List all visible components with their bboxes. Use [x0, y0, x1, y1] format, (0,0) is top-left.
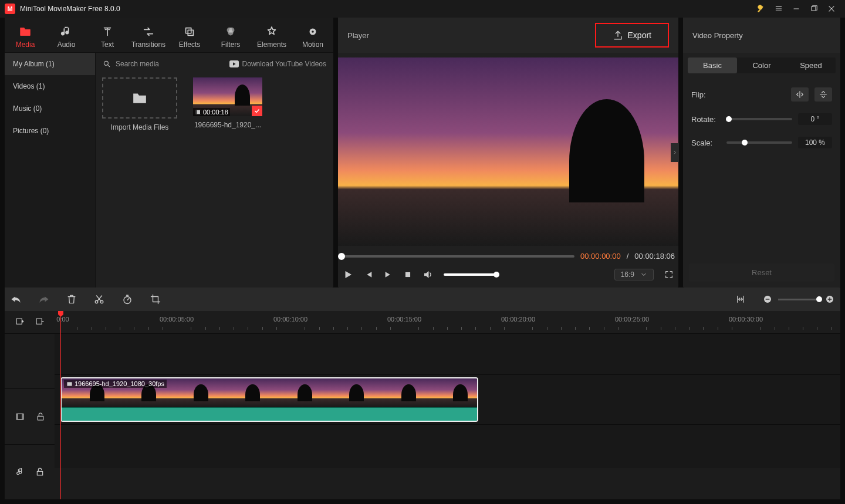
svg-point-5: [228, 30, 233, 35]
remove-track-icon[interactable]: [35, 317, 45, 327]
flip-horizontal-button[interactable]: [791, 87, 809, 102]
collapse-right-panel-button[interactable]: [671, 143, 679, 162]
timeline-ruler[interactable]: 0:0000:00:05:0000:00:10:0000:00:15:0000:…: [55, 311, 840, 333]
svg-rect-20: [36, 319, 42, 324]
nav-elements[interactable]: Elements: [251, 25, 292, 49]
overlay-track[interactable]: [55, 333, 840, 374]
player-current-time: 00:00:00:00: [580, 252, 621, 261]
nav-label: Motion: [302, 40, 323, 49]
svg-rect-22: [38, 416, 43, 420]
timeline-gutter: [5, 311, 55, 499]
tab-basic[interactable]: Basic: [688, 57, 737, 73]
sidebar-item-myalbum[interactable]: My Album (1): [5, 53, 95, 75]
nav-label: Filters: [221, 40, 241, 49]
stop-button[interactable]: [404, 270, 412, 279]
timeline-clip[interactable]: 1966695-hd_1920_1080_30fps: [60, 377, 478, 422]
unlock-icon[interactable]: [36, 467, 44, 476]
menu-icon[interactable]: [770, 0, 787, 18]
prev-frame-button[interactable]: [364, 270, 373, 279]
timeline-tracks[interactable]: 0:0000:00:05:0000:00:10:0000:00:15:0000:…: [55, 311, 840, 499]
volume-slider[interactable]: [444, 273, 496, 276]
play-button[interactable]: [343, 269, 353, 280]
window-minimize-icon[interactable]: [787, 0, 805, 18]
nav-audio[interactable]: Audio: [46, 25, 87, 49]
player-progress-bar[interactable]: [342, 255, 574, 258]
volume-button[interactable]: [422, 269, 433, 280]
player-preview[interactable]: [338, 57, 678, 246]
zoom-out-button[interactable]: [763, 295, 772, 304]
svg-rect-19: [16, 319, 22, 324]
nav-filters[interactable]: Filters: [210, 25, 251, 49]
import-media-button[interactable]: Import Media Files: [102, 77, 178, 131]
reset-button[interactable]: Reset: [689, 263, 834, 282]
clip-used-checkmark-icon: [252, 106, 262, 116]
nav-effects[interactable]: Effects: [169, 25, 210, 49]
nav-transitions[interactable]: Transitions: [128, 25, 169, 49]
nav-motion[interactable]: Motion: [292, 25, 333, 49]
window-close-icon[interactable]: [823, 0, 840, 18]
clip-label-text: 1966695-hd_1920_1080_30fps: [75, 380, 164, 387]
svg-rect-11: [196, 110, 197, 114]
delete-button[interactable]: [67, 294, 76, 305]
split-button[interactable]: [94, 294, 104, 305]
aspect-ratio-select[interactable]: 16:9: [614, 269, 654, 280]
aspect-value: 16:9: [621, 270, 634, 279]
zoom-slider[interactable]: [778, 299, 819, 300]
ruler-tick: 00:00:05:00: [160, 316, 194, 323]
property-tabs: Basic Color Speed: [688, 57, 836, 73]
tab-speed[interactable]: Speed: [786, 57, 836, 73]
flip-vertical-button[interactable]: [814, 87, 832, 102]
player-panel: Player Export 00:00:00:00 / 00:00:18:06 …: [338, 18, 678, 287]
license-key-icon[interactable]: [752, 0, 770, 18]
svg-rect-23: [37, 472, 42, 476]
nav-label: Text: [101, 40, 114, 49]
media-clip[interactable]: 00:00:18 1966695-hd_1920_...: [190, 77, 266, 129]
export-icon: [613, 30, 623, 40]
add-track-icon[interactable]: [15, 317, 25, 327]
sidebar-item-music[interactable]: Music (0): [5, 97, 95, 120]
unlock-icon[interactable]: [36, 412, 45, 421]
fit-timeline-button[interactable]: [736, 295, 745, 304]
playhead[interactable]: [60, 311, 61, 499]
scale-label: Scale:: [691, 138, 721, 147]
titlebar: M MiniTool MovieMaker Free 8.0.0: [0, 0, 845, 18]
audio-track[interactable]: [55, 424, 840, 468]
nav-media[interactable]: Media: [5, 25, 46, 49]
undo-button[interactable]: [11, 295, 21, 304]
download-youtube-button[interactable]: Download YouTube Videos: [229, 60, 326, 68]
clip-duration-badge: 00:00:18: [193, 108, 230, 116]
folder-icon: [132, 92, 147, 104]
media-panel: Media Audio Text Transitions Effects Fil…: [5, 18, 333, 287]
next-frame-button[interactable]: [384, 270, 393, 279]
album-sidebar: My Album (1) Videos (1) Music (0) Pictur…: [5, 53, 96, 287]
svg-rect-0: [812, 6, 816, 11]
rotate-slider[interactable]: [726, 118, 792, 120]
property-panel: Video Property Basic Color Speed Flip: R…: [683, 18, 840, 287]
clip-audio-waveform: [62, 407, 477, 421]
speed-button[interactable]: [122, 294, 133, 305]
rotate-label: Rotate:: [691, 115, 721, 124]
crop-button[interactable]: [150, 294, 161, 305]
sidebar-item-videos[interactable]: Videos (1): [5, 75, 95, 97]
nav-text[interactable]: Text: [87, 25, 128, 49]
video-icon: [66, 381, 73, 387]
fullscreen-button[interactable]: [664, 270, 674, 279]
svg-point-7: [312, 31, 314, 33]
app-title: MiniTool MovieMaker Free 8.0.0: [20, 5, 752, 13]
clip-name: 1966695-hd_1920_...: [194, 121, 261, 129]
flip-label: Flip:: [691, 90, 721, 99]
export-button[interactable]: Export: [595, 23, 669, 48]
scale-slider[interactable]: [726, 141, 792, 144]
redo-button[interactable]: [39, 295, 49, 304]
zoom-in-button[interactable]: [825, 295, 834, 304]
audio-track-icon: [16, 467, 24, 476]
video-icon: [195, 109, 202, 116]
svg-rect-12: [200, 110, 201, 114]
sidebar-item-pictures[interactable]: Pictures (0): [5, 120, 95, 142]
window-maximize-icon[interactable]: [805, 0, 823, 18]
nav-label: Elements: [257, 40, 286, 49]
tab-color[interactable]: Color: [737, 57, 786, 73]
video-track[interactable]: 1966695-hd_1920_1080_30fps: [55, 374, 840, 424]
search-input[interactable]: Search media: [116, 60, 225, 68]
nav-label: Effects: [179, 40, 200, 49]
